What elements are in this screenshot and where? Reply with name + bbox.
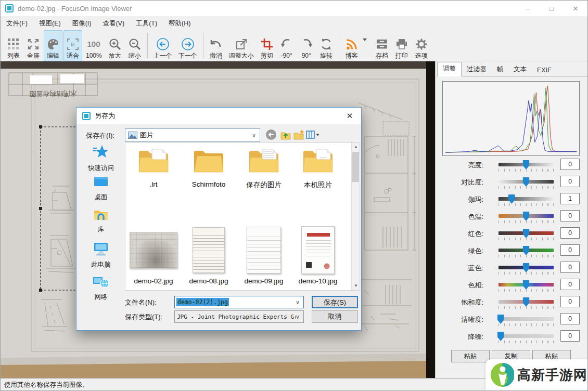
clarity-slider[interactable] (498, 317, 554, 321)
tab-exif[interactable]: EXIF (532, 64, 557, 76)
red-slider[interactable] (498, 231, 554, 235)
undo-button[interactable]: 撤消 (207, 30, 225, 61)
dialog-close-button[interactable]: ✕ (339, 108, 360, 124)
color-temp-value[interactable]: 0 (560, 210, 580, 221)
slider-thumb[interactable] (497, 332, 504, 341)
contrast-slider[interactable] (498, 180, 554, 184)
blue-slider[interactable] (498, 266, 554, 269)
folder-item[interactable]: Schirmfoto (182, 147, 236, 188)
gamma-value[interactable]: 1 (560, 193, 580, 204)
save-in-combobox[interactable]: 图片 ∨ (125, 128, 260, 142)
slider-thumb[interactable] (523, 297, 530, 307)
new-folder-button[interactable] (293, 129, 304, 142)
folder-item[interactable]: 本机照片 (291, 147, 345, 190)
denoise-value[interactable]: 0 (560, 330, 580, 342)
file-item[interactable]: demo-10.jpg (291, 225, 345, 285)
rotate-90-button[interactable]: 90° (297, 30, 316, 61)
blog-button[interactable]: 博客 (342, 30, 361, 61)
menu-help[interactable]: 帮助(H) (163, 19, 196, 28)
clarity-value[interactable]: 0 (560, 313, 580, 324)
scrollbar-thumb[interactable] (352, 152, 359, 182)
tab-adjust[interactable]: 调整 (437, 62, 462, 76)
folder-item[interactable]: .lrt (126, 147, 181, 188)
cancel-button[interactable]: 取消 (312, 310, 358, 323)
close-button[interactable]: ✕ (564, 1, 587, 16)
sidebar-item-libraries[interactable]: 库 (78, 206, 124, 234)
next-button[interactable]: 下一个 (176, 30, 200, 61)
menu-image[interactable]: 图像(I) (67, 19, 97, 28)
green-slider[interactable] (498, 249, 554, 252)
gamma-slider[interactable] (498, 197, 554, 201)
tab-text[interactable]: 文本 (508, 63, 532, 76)
slider-thumb[interactable] (523, 160, 530, 170)
slider-thumb[interactable] (523, 229, 530, 238)
archive-button[interactable]: 存档 (373, 30, 391, 61)
list-button[interactable]: 列表 (4, 30, 23, 61)
saturation-value[interactable]: 0 (560, 296, 580, 307)
sidebar-item-this-pc[interactable]: 此电脑 (78, 241, 124, 269)
file-item[interactable]: demo-09.jpg (237, 225, 291, 285)
filename-value: demo-02(2).jpg (176, 298, 229, 306)
fit-button[interactable]: fit 适合 (63, 30, 82, 61)
slider-thumb[interactable] (523, 177, 530, 187)
file-item[interactable]: demo-02.jpg (126, 225, 181, 285)
red-value[interactable]: 0 (560, 227, 580, 239)
options-button[interactable]: 选项 (412, 30, 431, 61)
maximize-button[interactable]: □ (540, 1, 564, 16)
slider-thumb[interactable] (508, 194, 515, 204)
paste-button[interactable]: 粘贴 (451, 350, 490, 362)
saturation-slider[interactable] (498, 300, 554, 304)
zoom-in-button[interactable]: 放大 (106, 30, 124, 61)
denoise-slider[interactable] (498, 334, 554, 338)
fullscreen-button[interactable]: 全屏 (24, 30, 43, 61)
rotate-button[interactable]: 旋转 (317, 30, 336, 61)
slider-thumb[interactable] (523, 280, 530, 290)
edit-button[interactable]: 编辑 (44, 30, 62, 61)
selection-handle[interactable] (39, 207, 42, 210)
color-temp-slider[interactable] (498, 214, 554, 218)
file-list-scrollbar[interactable]: ▲ ▼ (351, 143, 360, 290)
back-button[interactable] (265, 129, 277, 142)
green-value[interactable]: 0 (560, 244, 580, 256)
tab-frames[interactable]: 帧 (492, 63, 509, 76)
slider-thumb[interactable] (497, 315, 504, 324)
print-button[interactable]: 打印 (392, 30, 411, 61)
crop-button[interactable]: 剪切 (258, 30, 276, 61)
scroll-down-icon[interactable]: ▼ (352, 282, 360, 290)
tab-filters[interactable]: 过滤器 (462, 63, 492, 76)
save-button[interactable]: 保存(S) (312, 296, 358, 308)
selection-handle[interactable] (39, 125, 42, 128)
slider-thumb[interactable] (523, 246, 530, 255)
rotate-minus-90-button[interactable]: -90° (277, 30, 296, 61)
selection-handle[interactable] (39, 289, 42, 292)
zoom-out-button[interactable]: 缩小 (125, 30, 144, 61)
folder-item[interactable]: 保存的图片 (237, 147, 291, 190)
blog-dropdown-caret[interactable] (363, 38, 367, 41)
hue-value[interactable]: 0 (560, 279, 580, 290)
slider-thumb[interactable] (523, 263, 530, 272)
sidebar-item-desktop[interactable]: 桌面 (78, 175, 124, 202)
minimize-button[interactable]: – (516, 1, 540, 16)
slider-thumb[interactable] (523, 212, 530, 221)
previous-button[interactable]: 上一个 (151, 30, 175, 61)
file-item[interactable]: demo-08.jpg (182, 225, 236, 285)
menu-tools[interactable]: 工具(T) (130, 19, 163, 28)
scroll-up-icon[interactable]: ▲ (352, 143, 360, 151)
blue-value[interactable]: 0 (560, 262, 580, 273)
brightness-slider[interactable] (498, 163, 554, 166)
menu-look[interactable]: 查看(V) (97, 19, 130, 28)
resize-button[interactable]: 调整大小 (226, 30, 257, 61)
sidebar-item-quick-access[interactable]: 快速访问 (78, 144, 124, 173)
up-folder-button[interactable] (280, 129, 291, 142)
contrast-value[interactable]: 0 (560, 176, 580, 187)
hue-slider[interactable] (498, 283, 554, 286)
brightness-value[interactable]: 0 (560, 159, 580, 170)
filetype-combobox[interactable]: JPG - Joint Photographic Experts Grou ∨ (174, 310, 304, 323)
chevron-down-icon[interactable]: ∨ (296, 299, 300, 306)
filename-input[interactable]: demo-02(2).jpg ∨ (174, 296, 304, 308)
zoom-100-button[interactable]: 100 100% (83, 30, 105, 61)
view-menu-button[interactable] (306, 129, 321, 142)
menu-view[interactable]: 视图(E) (33, 19, 67, 28)
menu-file[interactable]: 文件(F) (1, 19, 33, 28)
previous-icon (156, 36, 170, 52)
